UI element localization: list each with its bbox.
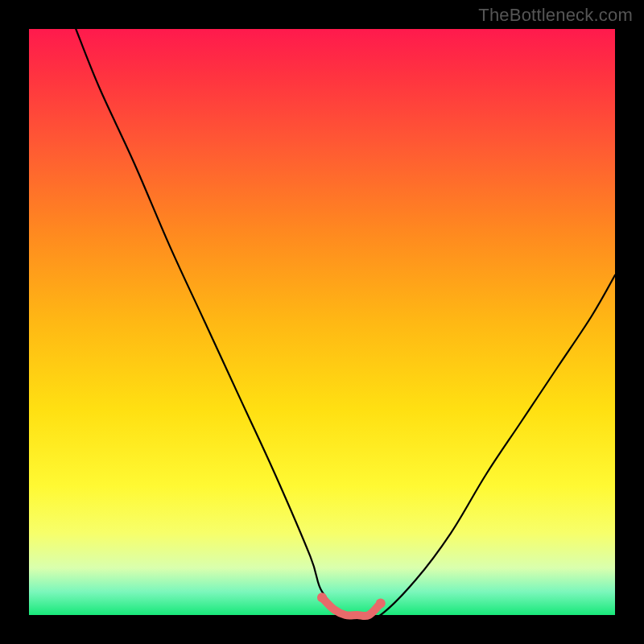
plot-area [29, 29, 615, 615]
bottleneck-curve [76, 29, 615, 617]
chart-frame: TheBottleneck.com [0, 0, 644, 644]
curve-svg [29, 29, 615, 615]
valley-highlight [322, 597, 381, 616]
valley-highlight-end-dot [376, 598, 386, 608]
valley-highlight-start-dot [317, 592, 327, 602]
watermark-text: TheBottleneck.com [478, 5, 633, 26]
